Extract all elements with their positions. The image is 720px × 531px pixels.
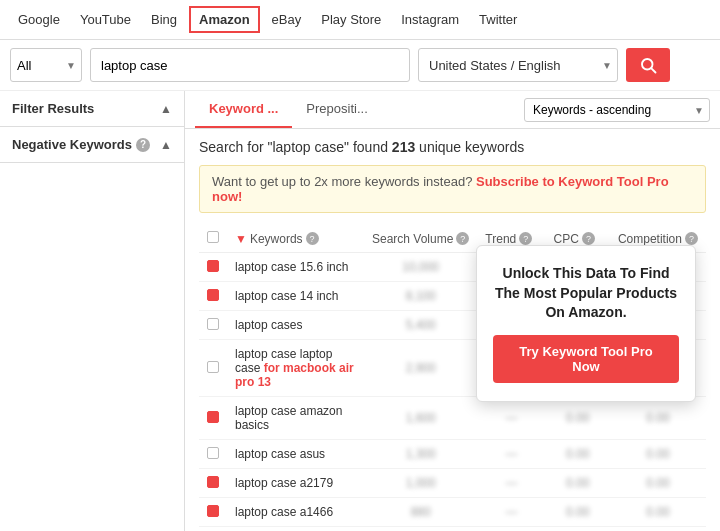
negative-kw-header[interactable]: Negative Keywords ? ▲ — [0, 127, 184, 162]
th-trend-label: Trend — [485, 232, 516, 246]
negative-kw-section: Negative Keywords ? ▲ — [0, 127, 184, 163]
unlock-popup: Unlock This Data To Find The Most Popula… — [476, 245, 696, 402]
th-keywords-label: Keywords — [250, 232, 303, 246]
th-comp-label: Competition — [618, 232, 682, 246]
keyword-cell: laptop cases — [227, 311, 364, 340]
tab-prepositions[interactable]: Prepositi... — [292, 91, 381, 128]
th-kw-help-icon[interactable]: ? — [306, 232, 319, 245]
th-cpc-inner: CPC ? — [554, 232, 595, 246]
nav-playstore[interactable]: Play Store — [313, 8, 389, 31]
upsell-text: Want to get up to 2x more keywords inste… — [212, 174, 472, 189]
keyword-cell: laptop case laptop case for macbook air … — [227, 340, 364, 397]
negative-kw-chevron-icon: ▲ — [160, 138, 172, 152]
th-trend-inner: Trend ? — [485, 232, 532, 246]
row-checkbox[interactable] — [207, 476, 219, 488]
keyword-cell: laptop case a1466 — [227, 498, 364, 527]
cpc-cell: 0.00 — [546, 440, 610, 469]
nav-youtube[interactable]: YouTube — [72, 8, 139, 31]
sv-cell: 2,900 — [364, 340, 477, 397]
search-row: All Broad Exact Phrase ▼ United States /… — [0, 40, 720, 91]
nav-google[interactable]: Google — [10, 8, 68, 31]
table-wrapper: ▼ Keywords ? Search Volume ? — [199, 225, 706, 531]
filter-label: Filter Results — [12, 101, 94, 116]
row-checkbox[interactable] — [207, 318, 219, 330]
keyword-cell: laptop case 14 inch — [227, 282, 364, 311]
table-row: laptop case a1502720—0.000.00 — [199, 527, 706, 532]
negative-kw-label-wrapper: Negative Keywords ? — [12, 137, 150, 152]
comp-cell: 0.00 — [610, 440, 706, 469]
th-comp-inner: Competition ? — [618, 232, 698, 246]
table-row: laptop case amazon basics1,600—0.000.00 — [199, 397, 706, 440]
comp-cell: 0.00 — [610, 498, 706, 527]
th-trend-help-icon[interactable]: ? — [519, 232, 532, 245]
comp-cell: 0.00 — [610, 397, 706, 440]
negative-kw-label: Negative Keywords — [12, 137, 132, 152]
tabs-row: Keyword ... Prepositi... Keywords - asce… — [185, 91, 720, 129]
search-input[interactable] — [90, 48, 410, 82]
filter-section: Filter Results ▲ — [0, 91, 184, 127]
content-area: Keyword ... Prepositi... Keywords - asce… — [185, 91, 720, 531]
th-keywords: ▼ Keywords ? — [227, 225, 364, 253]
filter-chevron-icon: ▲ — [160, 102, 172, 116]
filter-header[interactable]: Filter Results ▲ — [0, 91, 184, 126]
th-cpc-help-icon[interactable]: ? — [582, 232, 595, 245]
nav-twitter[interactable]: Twitter — [471, 8, 525, 31]
search-type-select[interactable]: All Broad Exact Phrase — [10, 48, 82, 82]
nav-amazon[interactable]: Amazon — [189, 6, 260, 33]
main-layout: Filter Results ▲ Negative Keywords ? ▲ K… — [0, 91, 720, 531]
table-row: laptop case a1466880—0.000.00 — [199, 498, 706, 527]
results-query: laptop case — [272, 139, 344, 155]
popup-cta-button[interactable]: Try Keyword Tool Pro Now — [493, 335, 679, 383]
th-sv-help-icon[interactable]: ? — [456, 232, 469, 245]
tabs: Keyword ... Prepositi... — [195, 91, 382, 128]
row-checkbox[interactable] — [207, 361, 219, 373]
keyword-cell: laptop case asus — [227, 440, 364, 469]
top-nav: Google YouTube Bing Amazon eBay Play Sto… — [0, 0, 720, 40]
sv-cell: 1,600 — [364, 397, 477, 440]
th-comp-help-icon[interactable]: ? — [685, 232, 698, 245]
results-summary: Search for "laptop case" found 213 uniqu… — [199, 139, 706, 155]
row-checkbox[interactable] — [207, 447, 219, 459]
tab-keywords[interactable]: Keyword ... — [195, 91, 292, 128]
th-sv-label: Search Volume — [372, 232, 453, 246]
comp-cell: 0.00 — [610, 527, 706, 532]
country-wrapper: United States / English United Kingdom /… — [418, 48, 618, 82]
sv-cell: 1,000 — [364, 469, 477, 498]
comp-cell: 0.00 — [610, 469, 706, 498]
row-checkbox[interactable] — [207, 505, 219, 517]
country-select[interactable]: United States / English United Kingdom /… — [418, 48, 618, 82]
search-icon — [639, 56, 657, 74]
trend-cell: — — [477, 397, 545, 440]
sv-cell: 5,400 — [364, 311, 477, 340]
cpc-cell: 0.00 — [546, 469, 610, 498]
th-keywords-inner: ▼ Keywords ? — [235, 232, 319, 246]
sv-cell: 720 — [364, 527, 477, 532]
table-row: laptop case asus1,300—0.000.00 — [199, 440, 706, 469]
negative-kw-help-icon[interactable]: ? — [136, 138, 150, 152]
row-checkbox[interactable] — [207, 260, 219, 272]
sv-cell: 880 — [364, 498, 477, 527]
th-check — [199, 225, 227, 253]
trend-cell: — — [477, 440, 545, 469]
cpc-cell: 0.00 — [546, 498, 610, 527]
row-checkbox[interactable] — [207, 411, 219, 423]
th-search-volume: Search Volume ? — [364, 225, 477, 253]
sv-cell: 1,300 — [364, 440, 477, 469]
keyword-cell: laptop case a1502 — [227, 527, 364, 532]
sort-kw-icon[interactable]: ▼ — [235, 232, 247, 246]
nav-ebay[interactable]: eBay — [264, 8, 310, 31]
upsell-banner: Want to get up to 2x more keywords inste… — [199, 165, 706, 213]
cpc-cell: 0.00 — [546, 397, 610, 440]
popup-title: Unlock This Data To Find The Most Popula… — [493, 264, 679, 323]
search-button[interactable] — [626, 48, 670, 82]
sv-cell: 8,100 — [364, 282, 477, 311]
cpc-cell: 0.00 — [546, 527, 610, 532]
row-checkbox[interactable] — [207, 289, 219, 301]
nav-instagram[interactable]: Instagram — [393, 8, 467, 31]
sort-select[interactable]: Keywords - ascending Keywords - descendi… — [524, 98, 710, 122]
search-type-wrapper: All Broad Exact Phrase ▼ — [10, 48, 82, 82]
select-all-checkbox[interactable] — [207, 231, 219, 243]
th-sv-inner: Search Volume ? — [372, 232, 469, 246]
nav-bing[interactable]: Bing — [143, 8, 185, 31]
trend-cell: — — [477, 498, 545, 527]
